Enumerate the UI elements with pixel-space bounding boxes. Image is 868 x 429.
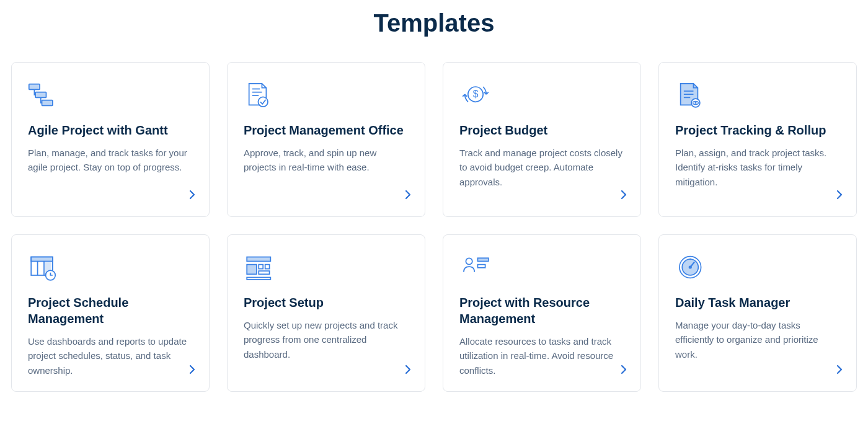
svg-point-27: [466, 258, 472, 264]
template-card[interactable]: Project Schedule ManagementUse dashboard…: [11, 234, 210, 392]
schedule-icon: [28, 252, 193, 283]
template-card[interactable]: Project Management OfficeApprove, track,…: [227, 62, 425, 217]
template-card-title: Project Budget: [459, 122, 624, 138]
gauge-icon: [675, 252, 840, 283]
svg-rect-22: [247, 265, 257, 275]
template-card-description: Manage your day-to-day tasks efficiently…: [675, 318, 840, 378]
chevron-right-icon[interactable]: [405, 190, 411, 203]
chevron-right-icon[interactable]: [621, 190, 627, 203]
template-card-title: Project Tracking & Rollup: [675, 122, 840, 138]
svg-point-14: [694, 102, 696, 104]
template-card-title: Agile Project with Gantt: [28, 122, 193, 138]
doc-check-icon: [244, 80, 409, 111]
template-card-description: Plan, assign, and track project tasks. I…: [675, 146, 840, 203]
template-card[interactable]: Daily Task ManagerManage your day-to-day…: [658, 234, 857, 392]
template-card[interactable]: Project SetupQuickly set up new projects…: [227, 234, 425, 392]
svg-rect-26: [247, 277, 270, 279]
template-grid: Agile Project with GanttPlan, manage, an…: [11, 62, 857, 392]
svg-text:$: $: [473, 89, 479, 99]
budget-icon: $: [459, 80, 624, 111]
chevron-right-icon[interactable]: [405, 365, 411, 378]
svg-rect-2: [42, 100, 53, 106]
resource-icon: [459, 252, 624, 283]
doc-eye-icon: [675, 80, 840, 111]
setup-icon: [244, 252, 409, 283]
template-card[interactable]: Project Tracking & RollupPlan, assign, a…: [658, 62, 857, 217]
template-card-title: Project Management Office: [244, 122, 409, 138]
page-title: Templates: [11, 9, 857, 37]
template-card-description: Allocate resources to tasks and track ut…: [459, 334, 624, 378]
template-card-title: Daily Task Manager: [675, 294, 840, 311]
template-card-title: Project with Resource Management: [459, 294, 624, 327]
template-card-description: Quickly set up new projects and track pr…: [244, 318, 409, 378]
template-card[interactable]: Agile Project with GanttPlan, manage, an…: [11, 62, 210, 217]
svg-rect-16: [31, 257, 53, 262]
svg-rect-21: [247, 257, 270, 262]
template-card-description: Use dashboards and reports to update pro…: [28, 334, 193, 378]
chevron-right-icon[interactable]: [189, 190, 195, 203]
template-card-description: Approve, track, and spin up new projects…: [244, 146, 409, 203]
svg-rect-1: [35, 92, 46, 98]
chevron-right-icon[interactable]: [836, 365, 843, 378]
svg-rect-0: [29, 84, 40, 90]
gantt-icon: [28, 80, 193, 111]
chevron-right-icon[interactable]: [189, 365, 195, 378]
svg-rect-23: [259, 265, 263, 269]
template-card-title: Project Schedule Management: [28, 294, 193, 327]
template-card[interactable]: Project with Resource ManagementAllocate…: [443, 234, 641, 392]
chevron-right-icon[interactable]: [621, 365, 627, 378]
svg-point-6: [258, 97, 268, 107]
svg-rect-29: [477, 265, 485, 268]
svg-rect-24: [265, 265, 270, 269]
template-card-title: Project Setup: [244, 294, 409, 311]
svg-rect-28: [477, 258, 488, 261]
template-card[interactable]: $ Project BudgetTrack and manage project…: [443, 62, 641, 217]
chevron-right-icon[interactable]: [836, 190, 843, 203]
svg-rect-25: [259, 271, 269, 274]
template-card-description: Track and manage project costs closely t…: [459, 146, 624, 203]
template-card-description: Plan, manage, and track tasks for your a…: [28, 146, 193, 203]
svg-point-34: [689, 259, 691, 260]
